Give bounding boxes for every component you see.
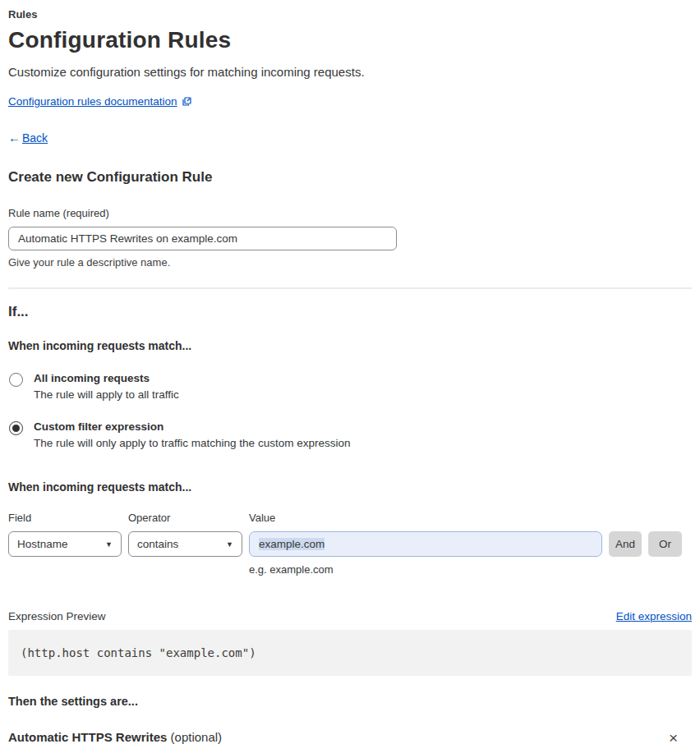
expression-preview-label: Expression Preview — [8, 610, 106, 622]
chevron-down-icon: ▼ — [226, 540, 233, 549]
field-select-value: Hostname — [17, 538, 68, 550]
radio-description: The rule will only apply to traffic matc… — [34, 437, 350, 449]
rule-name-label: Rule name (required) — [8, 207, 692, 219]
value-input-text: example.com — [259, 538, 325, 550]
close-icon[interactable]: × — [666, 730, 680, 744]
operator-select[interactable]: contains ▼ — [128, 531, 242, 557]
page-subtitle: Customize configuration settings for mat… — [8, 65, 692, 79]
external-link-icon — [182, 97, 191, 106]
rule-name-input[interactable] — [8, 227, 397, 250]
radio-label: All incoming requests — [34, 372, 179, 384]
page-title: Configuration Rules — [8, 27, 692, 53]
setting-title-bold: Automatic HTTPS Rewrites — [8, 730, 167, 744]
section-divider — [8, 287, 692, 289]
match-label: When incoming requests match... — [8, 339, 692, 352]
back-link[interactable]: ←Back — [8, 131, 692, 145]
back-arrow-icon: ← — [8, 131, 21, 145]
builder-match-label: When incoming requests match... — [8, 480, 692, 494]
back-link-label[interactable]: Back — [22, 131, 48, 145]
setting-title: Automatic HTTPS Rewrites (optional) — [8, 730, 222, 744]
breadcrumb: Rules — [8, 8, 692, 21]
field-select[interactable]: Hostname ▼ — [8, 531, 122, 557]
radio-label: Custom filter expression — [34, 420, 350, 433]
radio-unselected-icon[interactable] — [9, 373, 23, 387]
then-settings-heading: Then the settings are... — [8, 695, 692, 708]
operator-column-label: Operator — [128, 512, 242, 524]
expression-preview-code: (http.host contains "example.com") — [8, 630, 692, 676]
and-button[interactable]: And — [609, 531, 642, 557]
if-heading: If... — [8, 304, 692, 320]
or-button[interactable]: Or — [648, 531, 682, 557]
chevron-down-icon: ▼ — [105, 540, 113, 549]
radio-selected-icon[interactable] — [9, 421, 23, 435]
field-column-label: Field — [8, 512, 122, 524]
setting-optional-label: (optional) — [167, 730, 222, 744]
operator-select-value: contains — [137, 538, 178, 550]
expression-builder: Field Operator Value Hostname ▼ contains… — [8, 512, 692, 576]
value-column-label: Value — [249, 512, 602, 524]
radio-custom-filter-expression[interactable]: Custom filter expression The rule will o… — [8, 420, 692, 449]
rule-name-helper: Give your rule a descriptive name. — [8, 256, 692, 269]
value-helper-text: e.g. example.com — [249, 563, 602, 576]
create-rule-heading: Create new Configuration Rule — [8, 169, 692, 186]
edit-expression-link[interactable]: Edit expression — [616, 610, 692, 622]
radio-all-incoming-requests[interactable]: All incoming requests The rule will appl… — [8, 372, 692, 401]
value-input[interactable]: example.com — [249, 531, 602, 557]
radio-description: The rule will apply to all traffic — [34, 388, 179, 401]
documentation-link[interactable]: Configuration rules documentation — [8, 95, 177, 108]
